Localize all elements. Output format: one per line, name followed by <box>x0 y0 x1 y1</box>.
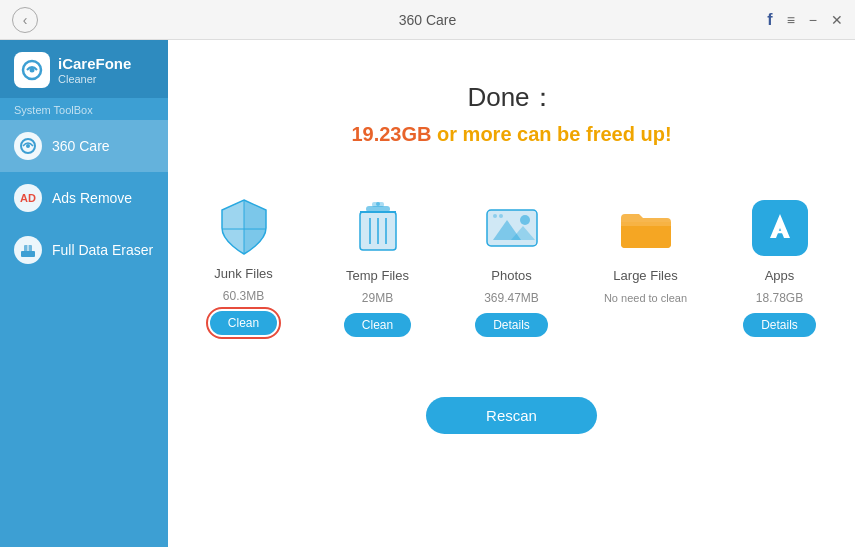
apps-name: Apps <box>765 268 795 283</box>
photos-details-button[interactable]: Details <box>475 313 548 337</box>
sidebar-item-ads-remove[interactable]: AD Ads Remove <box>0 172 168 224</box>
junk-files-card: Junk Files 60.3MB Clean <box>189 196 299 335</box>
svg-point-21 <box>493 214 497 218</box>
facebook-icon[interactable]: f <box>767 11 772 29</box>
svg-point-1 <box>30 68 35 73</box>
temp-files-name: Temp Files <box>346 268 409 283</box>
freed-size: 19.23GB <box>351 123 431 145</box>
sidebar-section-label: System ToolBox <box>0 98 168 120</box>
apps-icon <box>752 200 808 256</box>
svg-point-20 <box>520 215 530 225</box>
main-layout: iCareFone Cleaner System ToolBox 360 Car… <box>0 40 855 547</box>
rescan-button[interactable]: Rescan <box>426 397 597 434</box>
cards-row: Junk Files 60.3MB Clean <box>189 196 835 337</box>
menu-icon[interactable]: ≡ <box>787 12 795 28</box>
temp-files-size: 29MB <box>362 291 393 305</box>
apps-size: 18.78GB <box>756 291 803 305</box>
360-care-icon <box>14 132 42 160</box>
photos-size: 369.47MB <box>484 291 539 305</box>
junk-files-name: Junk Files <box>214 266 273 281</box>
logo-text-block: iCareFone Cleaner <box>58 55 131 85</box>
full-data-eraser-icon <box>14 236 42 264</box>
window-title: 360 Care <box>399 12 457 28</box>
title-bar-left: ‹ <box>12 7 38 33</box>
sidebar-item-ads-remove-label: Ads Remove <box>52 190 132 206</box>
logo-icon <box>14 52 50 88</box>
freed-text: or more can be freed up! <box>437 123 672 145</box>
close-icon[interactable]: ✕ <box>831 12 843 28</box>
photos-card: Photos 369.47MB Details <box>457 196 567 337</box>
junk-files-size: 60.3MB <box>223 289 264 303</box>
apps-card: Apps 18.78GB Details <box>725 196 835 337</box>
title-bar-right: f ≡ − ✕ <box>767 11 843 29</box>
svg-point-22 <box>499 214 503 218</box>
apps-details-button[interactable]: Details <box>743 313 816 337</box>
ads-remove-icon: AD <box>14 184 42 212</box>
done-subtitle: 19.23GB or more can be freed up! <box>351 123 671 146</box>
photos-icon <box>480 196 544 260</box>
large-files-note: No need to clean <box>604 291 687 305</box>
temp-files-icon <box>346 196 410 260</box>
large-files-name: Large Files <box>613 268 677 283</box>
temp-files-clean-button[interactable]: Clean <box>344 313 411 337</box>
temp-files-card: Temp Files 29MB Clean <box>323 196 433 337</box>
sidebar-item-full-data-eraser-label: Full Data Eraser <box>52 242 153 258</box>
sidebar: iCareFone Cleaner System ToolBox 360 Car… <box>0 40 168 547</box>
back-button[interactable]: ‹ <box>12 7 38 33</box>
minimize-icon[interactable]: − <box>809 12 817 28</box>
large-files-icon <box>614 196 678 260</box>
junk-files-clean-button[interactable]: Clean <box>210 311 277 335</box>
sidebar-item-360-care-label: 360 Care <box>52 138 110 154</box>
done-title: Done： <box>467 80 555 115</box>
photos-name: Photos <box>491 268 531 283</box>
title-bar: ‹ 360 Care f ≡ − ✕ <box>0 0 855 40</box>
app-name: iCareFone <box>58 55 131 73</box>
svg-point-3 <box>26 144 30 148</box>
sidebar-item-full-data-eraser[interactable]: Full Data Eraser <box>0 224 168 276</box>
large-files-card: Large Files No need to clean <box>591 196 701 305</box>
app-sub: Cleaner <box>58 73 131 85</box>
junk-files-icon <box>216 196 272 258</box>
app-logo: iCareFone Cleaner <box>0 40 168 98</box>
svg-point-16 <box>376 202 380 206</box>
apps-icon-wrapper <box>748 196 812 260</box>
sidebar-item-360-care[interactable]: 360 Care <box>0 120 168 172</box>
content-area: Done： 19.23GB or more can be freed up! <box>168 40 855 547</box>
